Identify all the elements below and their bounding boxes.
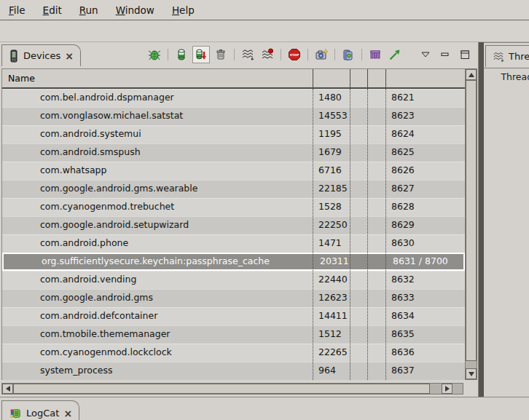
vertical-scrollbar[interactable] (465, 68, 477, 380)
process-name: com.bel.android.dspmanager (40, 92, 174, 103)
process-pid: 14411 (318, 310, 348, 321)
devices-view: Devices × (0, 42, 478, 397)
table-row[interactable]: com.android.vending 22440 8632 (2, 271, 465, 289)
scroll-left-button[interactable] (2, 384, 13, 394)
trend-arrow-button[interactable] (386, 46, 404, 63)
start-method-profiling-button[interactable] (259, 46, 276, 63)
minimize-button[interactable] (436, 46, 454, 63)
screen-capture-button[interactable] (313, 46, 330, 63)
process-port: 8624 (391, 128, 415, 139)
table-row[interactable]: com.cyanogenmod.lockclock 22265 8636 (2, 344, 465, 362)
menu-run[interactable]: Run (71, 4, 107, 16)
column-divider[interactable] (350, 69, 350, 87)
table-header[interactable]: Name (2, 68, 465, 89)
menu-window[interactable]: Window (107, 4, 163, 16)
update-threads-button[interactable] (239, 46, 256, 63)
screen-record-button[interactable] (340, 46, 357, 63)
column-divider[interactable] (367, 69, 368, 87)
stop-process-button[interactable]: STOP (286, 46, 303, 63)
process-port: 8626 (391, 165, 415, 175)
process-port: 8635 (391, 328, 415, 339)
process-name: com.android.systemui (40, 128, 141, 139)
view-menu-button[interactable] (417, 46, 434, 63)
process-name: com.vonglasow.michael.satstat (40, 110, 183, 121)
process-pid: 20311 (320, 255, 349, 266)
right-arrow-icon (445, 386, 450, 392)
tab-threads-label: Threads (509, 51, 529, 62)
cause-gc-button[interactable] (212, 46, 230, 63)
threads-tabbar: Threads (484, 43, 529, 68)
threads-message-line1: Thread updates not enabled for selected … (484, 71, 529, 83)
table-row[interactable]: com.cyanogenmod.trebuchet 1528 8628 (2, 198, 465, 216)
debug-process-button[interactable] (146, 46, 163, 63)
column-header-name[interactable]: Name (8, 73, 35, 84)
process-port: 8623 (391, 110, 415, 121)
menu-help[interactable]: Help (163, 4, 203, 16)
table-row[interactable]: com.google.android.gms 12623 8633 (2, 289, 465, 307)
column-divider[interactable] (313, 69, 313, 87)
table-row[interactable]: com.google.android.gms.wearable 22185 86… (2, 180, 465, 198)
table-row[interactable]: com.android.smspush 1679 8625 (2, 143, 465, 162)
left-arrow-icon (6, 386, 10, 392)
threads-tab-icon (493, 51, 504, 63)
process-name: com.whatsapp (40, 165, 106, 175)
tab-devices-label: Devices (23, 50, 60, 61)
process-name: system_process (40, 365, 112, 376)
vertical-scrollbar-thumb[interactable] (466, 80, 477, 361)
scroll-right-button[interactable] (442, 384, 452, 394)
process-pid: 22185 (318, 183, 348, 194)
table-row[interactable]: com.android.defcontainer 14411 8634 (2, 307, 465, 325)
tab-logcat[interactable]: LogCat × (1, 400, 79, 420)
table-row[interactable]: com.google.android.setupwizard 22250 862… (2, 216, 465, 234)
process-port: 8628 (391, 201, 415, 212)
table-row[interactable]: com.tmobile.thememanager 1512 8635 (2, 325, 465, 344)
process-port: 8630 (391, 237, 415, 248)
threads-icon (241, 48, 254, 61)
process-pid: 1528 (318, 201, 342, 212)
tab-devices[interactable]: Devices × (1, 44, 81, 66)
toolbar-separator (168, 49, 168, 60)
update-heap-button[interactable] (173, 46, 190, 63)
maximize-icon (460, 50, 470, 60)
close-icon[interactable]: × (63, 408, 72, 419)
table-row[interactable]: system_process 964 8637 (2, 362, 465, 380)
column-divider[interactable] (385, 69, 386, 87)
dump-hprof-button[interactable] (192, 46, 210, 63)
toolbar-separator (334, 49, 335, 60)
bug-icon (148, 48, 161, 61)
process-pid: 1471 (318, 237, 342, 248)
stats-bars-button[interactable] (367, 46, 384, 63)
maximize-button[interactable] (456, 46, 474, 63)
scroll-up-button[interactable] (466, 69, 477, 80)
process-port: 8627 (391, 183, 415, 194)
main-area: Devices × (0, 42, 529, 397)
process-pid: 964 (318, 365, 336, 376)
device-phone-icon (9, 49, 19, 63)
devices-toolbar: STOP (146, 47, 474, 63)
menu-bar: File Edit Run Window Help (0, 0, 529, 20)
table-row[interactable]: com.bel.android.dspmanager 1480 8621 (2, 89, 465, 107)
horizontal-scrollbar-thumb[interactable] (13, 384, 430, 394)
table-row[interactable]: com.whatsapp 6716 8626 (2, 162, 465, 180)
table-row[interactable]: com.android.phone 1471 8630 (2, 234, 465, 253)
process-table: Name com.bel.android.dspmanager 1480 862… (1, 68, 465, 380)
process-port: 8625 (391, 146, 415, 157)
process-port: 8636 (391, 346, 415, 357)
process-port: 8621 (391, 92, 415, 103)
horizontal-scrollbar[interactable] (1, 383, 463, 395)
column-gridline (350, 89, 350, 380)
table-row[interactable]: com.android.systemui 1195 8624 (2, 125, 465, 143)
menu-edit[interactable]: Edit (34, 4, 71, 16)
process-pid: 1195 (318, 128, 342, 139)
process-name: com.google.android.setupwizard (40, 219, 189, 230)
scroll-down-button[interactable] (466, 368, 477, 379)
table-row[interactable]: org.sufficientlysecure.keychain:passphra… (2, 253, 465, 271)
table-row[interactable]: com.vonglasow.michael.satstat 14553 8623 (2, 107, 465, 125)
close-icon[interactable]: × (65, 51, 74, 61)
column-gridline (313, 89, 313, 380)
process-pid: 14553 (318, 110, 348, 121)
process-port: 8629 (391, 219, 415, 230)
tab-threads[interactable]: Threads (485, 45, 529, 67)
process-name: com.cyanogenmod.trebuchet (40, 201, 174, 212)
menu-file[interactable]: File (0, 4, 34, 16)
